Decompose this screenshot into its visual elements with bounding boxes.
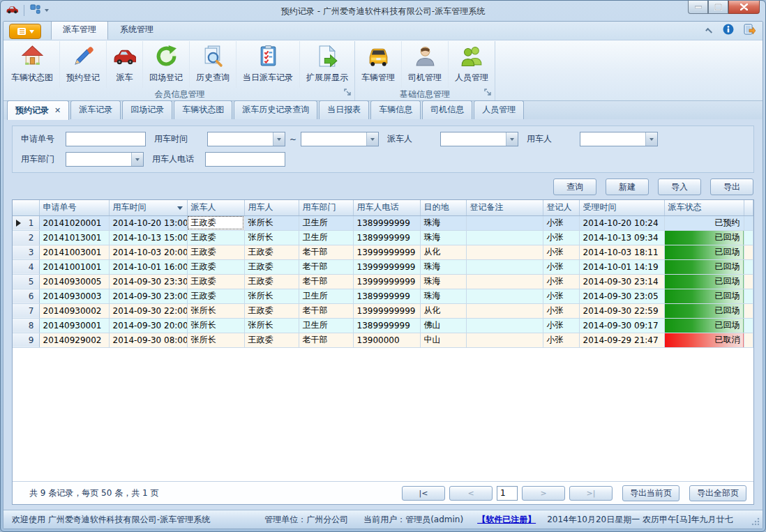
maximize-button[interactable] <box>708 1 728 14</box>
cell[interactable]: 小张 <box>543 245 579 259</box>
ribbon-button-当日派车记录[interactable]: 当日派车记录 <box>236 41 299 88</box>
department-select[interactable] <box>66 152 144 167</box>
query-button[interactable]: 查询 <box>553 178 596 195</box>
ribbon-button-历史查询[interactable]: 历史查询 <box>189 41 236 88</box>
cell[interactable]: 珠海 <box>420 259 466 274</box>
column-header-申请单号[interactable]: 申请单号 <box>39 200 109 215</box>
cell[interactable]: 1389999999 <box>353 230 420 245</box>
dialog-launcher-icon[interactable] <box>344 89 352 98</box>
cell[interactable]: 从化 <box>420 303 466 318</box>
column-header-派车人[interactable]: 派车人 <box>187 200 244 215</box>
chevron-down-icon[interactable] <box>645 132 657 146</box>
chevron-down-icon[interactable] <box>366 132 378 146</box>
cell[interactable]: 2014-10-13 15:00 <box>109 230 187 245</box>
table-row[interactable]: 8201409300012014-09-30 20:00张所长张所长卫生所138… <box>13 318 753 333</box>
cell[interactable]: 20141001001 <box>39 259 109 274</box>
minimize-button[interactable] <box>688 1 708 14</box>
dispatch-status-badge[interactable]: 已回场 <box>664 259 744 274</box>
first-page-button[interactable]: |< <box>402 486 445 501</box>
cell[interactable]: 2014-09-30 09:17 <box>579 318 664 333</box>
cell[interactable]: 20141013001 <box>39 230 109 245</box>
table-row[interactable]: 9201409290022014-09-30 08:00张所长王政委老干部139… <box>13 333 753 347</box>
ribbon-button-车辆状态图[interactable]: 车辆状态图 <box>5 41 59 88</box>
cell[interactable]: 2014-09-30 23:30 <box>109 274 187 289</box>
cell[interactable] <box>466 289 543 303</box>
column-header-用车部门[interactable]: 用车部门 <box>299 200 353 215</box>
cell[interactable]: 2014-09-30 22:00 <box>109 303 187 318</box>
row-selector[interactable]: 2 <box>13 230 39 245</box>
doc-tab-派车记录[interactable]: 派车记录 <box>70 100 121 119</box>
cell[interactable]: 王政委 <box>187 259 244 274</box>
row-selector[interactable]: 4 <box>13 259 39 274</box>
cell[interactable]: 20141020001 <box>39 215 109 230</box>
chevron-down-icon[interactable] <box>273 132 285 146</box>
registered-link[interactable]: 【软件已注册】 <box>477 514 536 526</box>
cell[interactable] <box>466 245 543 259</box>
cell[interactable]: 老干部 <box>299 274 353 289</box>
ribbon-button-司机管理[interactable]: 司机管理 <box>401 41 448 88</box>
cell[interactable]: 2014-09-30 20:00 <box>109 318 187 333</box>
cell[interactable]: 王政委 <box>187 215 244 230</box>
page-number-input[interactable] <box>497 486 518 501</box>
ribbon-tab-系统管理[interactable]: 系统管理 <box>108 21 165 40</box>
cell[interactable]: 王政委 <box>244 333 299 347</box>
column-header-用车时间[interactable]: 用车时间 <box>109 200 187 215</box>
export-all-pages-button[interactable]: 导出全部页 <box>689 485 746 501</box>
cell[interactable]: 小张 <box>543 274 579 289</box>
chevron-down-icon[interactable] <box>506 132 518 146</box>
cell[interactable] <box>466 318 543 333</box>
export-button[interactable]: 导出 <box>710 178 753 195</box>
exit-system-icon[interactable] <box>744 24 756 37</box>
cell[interactable]: 20140929002 <box>39 333 109 347</box>
cell[interactable]: 2014-10-01 16:00 <box>109 259 187 274</box>
cell[interactable]: 小张 <box>543 230 579 245</box>
cell[interactable]: 小张 <box>543 333 579 347</box>
row-selector[interactable]: 6 <box>13 289 39 303</box>
cell[interactable]: 2014-10-03 18:11 <box>579 245 664 259</box>
doc-tab-派车历史记录查询[interactable]: 派车历史记录查询 <box>234 100 317 119</box>
doc-tab-车辆信息[interactable]: 车辆信息 <box>370 100 421 119</box>
prev-page-button[interactable]: < <box>449 486 493 501</box>
ribbon-button-回场登记[interactable]: 回场登记 <box>142 41 189 88</box>
column-header-用车人电话[interactable]: 用车人电话 <box>353 200 420 215</box>
layout-grid-icon[interactable] <box>30 4 40 17</box>
doc-tab-司机信息[interactable]: 司机信息 <box>422 100 472 119</box>
row-selector-header[interactable] <box>13 200 39 215</box>
doc-tab-人员管理[interactable]: 人员管理 <box>474 100 524 119</box>
table-row[interactable]: 3201410030012014-10-03 20:00王政委王政委老干部139… <box>13 245 753 259</box>
column-header-登记备注[interactable]: 登记备注 <box>466 200 543 215</box>
cell[interactable]: 张所长 <box>187 333 244 347</box>
cell[interactable]: 张所长 <box>244 215 299 230</box>
cell[interactable]: 老干部 <box>299 259 353 274</box>
grid-viewport[interactable]: 申请单号用车时间派车人用车人用车部门用车人电话目的地登记备注登记人受理时间派车状… <box>13 200 753 481</box>
dispatch-status-badge[interactable]: 已回场 <box>664 245 744 259</box>
cell[interactable]: 小张 <box>543 259 579 274</box>
cell[interactable]: 13900000 <box>353 333 420 347</box>
resize-grip-icon[interactable] <box>751 517 760 526</box>
cell[interactable]: 2014-09-30 23:00 <box>109 289 187 303</box>
cell[interactable]: 小张 <box>543 318 579 333</box>
phone-input[interactable] <box>205 152 285 167</box>
column-header-用车人[interactable]: 用车人 <box>244 200 299 215</box>
info-icon[interactable] <box>723 24 734 37</box>
close-tab-icon[interactable]: ✕ <box>54 107 61 114</box>
cell[interactable]: 王政委 <box>244 245 299 259</box>
cell[interactable] <box>466 259 543 274</box>
export-current-page-button[interactable]: 导出当前页 <box>622 485 679 501</box>
chevron-down-icon[interactable] <box>45 9 49 12</box>
dispatch-status-badge[interactable]: 已回场 <box>664 318 744 333</box>
cell[interactable]: 王政委 <box>187 274 244 289</box>
use-time-to-select[interactable] <box>301 132 379 146</box>
cell[interactable]: 卫生所 <box>299 289 353 303</box>
cell[interactable]: 王政委 <box>244 259 299 274</box>
row-selector[interactable]: 9 <box>13 333 39 347</box>
cell[interactable]: 卫生所 <box>299 230 353 245</box>
cell[interactable]: 从化 <box>420 245 466 259</box>
cell[interactable]: 佛山 <box>420 318 466 333</box>
cell[interactable]: 中山 <box>420 333 466 347</box>
cell[interactable]: 13999999999 <box>353 274 420 289</box>
column-header-登记人[interactable]: 登记人 <box>543 200 579 215</box>
table-row[interactable]: 1201410200012014-10-20 13:00王政委张所长卫生所138… <box>13 215 753 230</box>
row-selector[interactable]: 8 <box>13 318 39 333</box>
ribbon-button-派车[interactable]: 派车 <box>106 41 142 88</box>
